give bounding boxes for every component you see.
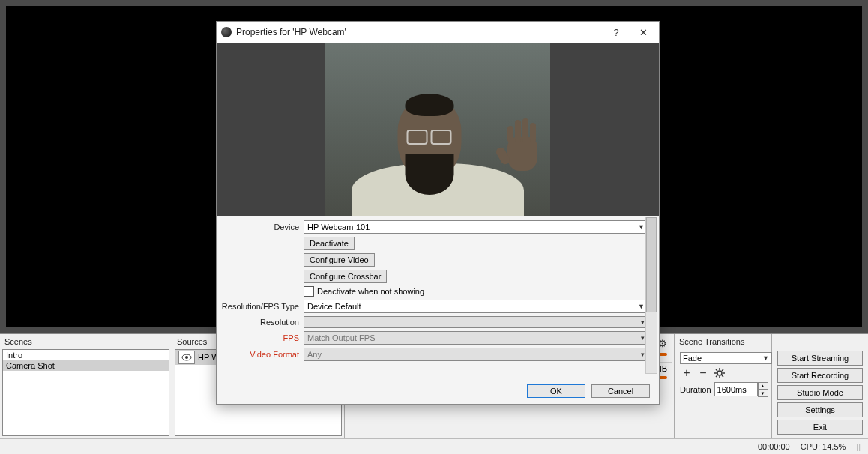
cancel-button[interactable]: Cancel: [591, 384, 650, 398]
exit-button[interactable]: Exit: [777, 420, 863, 435]
duration-spin-up[interactable]: ▲: [758, 382, 768, 390]
chevron-down-icon: ▼: [762, 354, 769, 362]
svg-point-11: [717, 371, 722, 375]
controls-panel: Start Streaming Start Recording Studio M…: [772, 334, 868, 454]
svg-line-16: [716, 369, 717, 371]
svg-line-19: [722, 369, 723, 371]
fps-select[interactable]: Match Output FPS ▾: [304, 331, 648, 345]
res-fps-type-label: Resolution/FPS Type: [221, 302, 299, 311]
transitions-title: Scene Transitions: [677, 336, 769, 349]
res-fps-type-value: Device Default: [307, 302, 361, 311]
close-button[interactable]: ✕: [632, 22, 654, 43]
ok-button[interactable]: OK: [527, 384, 585, 398]
chevron-down-icon: ▼: [638, 223, 645, 231]
device-select[interactable]: HP Webcam-101 ▼: [304, 220, 648, 234]
settings-button[interactable]: Settings: [777, 402, 863, 417]
duration-label: Duration: [680, 385, 711, 394]
resolution-select[interactable]: ▾: [304, 316, 648, 328]
webcam-preview-image: [325, 43, 550, 216]
dialog-titlebar[interactable]: Properties for 'HP Webcam' ? ✕: [217, 22, 659, 43]
scene-item[interactable]: Intro: [3, 350, 169, 360]
app-icon: [221, 27, 232, 37]
video-format-select[interactable]: Any ▾: [304, 348, 648, 361]
help-button[interactable]: ?: [605, 22, 627, 43]
dialog-preview: [217, 43, 659, 216]
fps-value: Match Output FPS: [307, 333, 375, 342]
dialog-title: Properties for 'HP Webcam': [236, 27, 600, 37]
transition-properties-button[interactable]: [713, 366, 726, 380]
remove-transition-button[interactable]: −: [696, 366, 710, 380]
svg-point-1: [185, 356, 188, 359]
scene-transitions-panel: Scene Transitions Fade ▼ + − Duration: [675, 334, 772, 454]
duration-input[interactable]: [714, 382, 758, 396]
status-cpu: CPU: 14.5%: [801, 442, 846, 451]
start-streaming-button[interactable]: Start Streaming: [777, 351, 863, 366]
duration-spin-down[interactable]: ▼: [758, 390, 768, 397]
dialog-form: Device HP Webcam-101 ▼ Deactivate Config…: [217, 216, 659, 378]
dialog-button-row: OK Cancel: [217, 378, 659, 404]
transition-select-value: Fade: [683, 354, 702, 363]
configure-crossbar-button[interactable]: Configure Crossbar: [304, 270, 387, 283]
chevron-down-icon: ▾: [641, 351, 645, 358]
dialog-scrollbar[interactable]: [645, 217, 657, 374]
deactivate-button[interactable]: Deactivate: [304, 237, 355, 250]
add-transition-button[interactable]: +: [680, 366, 693, 380]
chevron-down-icon: ▼: [638, 303, 645, 310]
video-format-value: Any: [307, 350, 322, 359]
device-select-value: HP Webcam-101: [307, 223, 370, 231]
deactivate-when-hidden-checkbox[interactable]: [304, 286, 314, 297]
scene-item[interactable]: Camera Shot: [3, 360, 169, 371]
video-format-label: Video Format: [221, 350, 299, 359]
svg-line-18: [716, 375, 717, 377]
studio-mode-button[interactable]: Studio Mode: [777, 385, 863, 400]
resolution-label: Resolution: [221, 318, 299, 327]
scenes-title: Scenes: [2, 336, 169, 349]
res-fps-type-select[interactable]: Device Default ▼: [304, 300, 648, 313]
scrollbar-thumb[interactable]: [646, 217, 657, 312]
status-time: 00:00:00: [758, 442, 790, 451]
deactivate-when-hidden-label: Deactivate when not showing: [317, 287, 424, 296]
device-label: Device: [221, 223, 299, 231]
duration-field[interactable]: ▲ ▼: [714, 382, 768, 397]
scenes-list[interactable]: Intro Camera Shot: [2, 349, 169, 436]
visibility-toggle-icon[interactable]: [178, 351, 195, 364]
transition-select[interactable]: Fade ▼: [680, 352, 772, 364]
status-bar: 00:00:00 CPU: 14.5% ||: [0, 438, 868, 454]
scenes-panel: Scenes Intro Camera Shot + − ˄ ˅: [0, 334, 172, 454]
start-recording-button[interactable]: Start Recording: [777, 368, 863, 383]
chevron-down-icon: ▾: [641, 318, 645, 326]
svg-line-17: [722, 375, 723, 377]
chevron-down-icon: ▾: [641, 334, 645, 342]
fps-label: FPS: [221, 333, 299, 342]
configure-video-button[interactable]: Configure Video: [304, 253, 375, 267]
source-properties-dialog: Properties for 'HP Webcam' ? ✕ D: [216, 21, 660, 405]
